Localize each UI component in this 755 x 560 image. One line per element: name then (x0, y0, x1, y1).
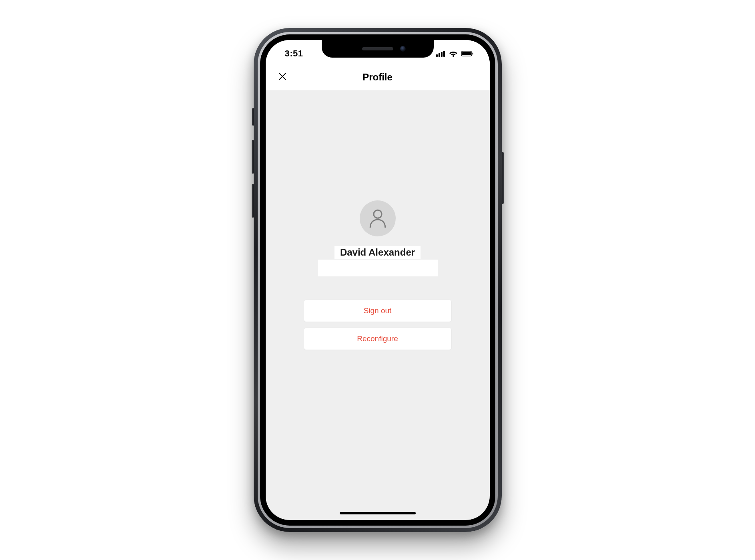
username: David Alexander (340, 247, 415, 258)
nav-bar: Profile (266, 64, 490, 90)
svg-rect-0 (436, 54, 438, 57)
device-frame-outer: 3:51 (254, 28, 502, 532)
screen: 3:51 (266, 40, 490, 520)
wifi-icon (449, 50, 458, 57)
device-frame-inner: 3:51 (260, 34, 495, 526)
svg-rect-3 (443, 51, 445, 57)
svg-rect-2 (441, 52, 443, 57)
avatar[interactable] (360, 200, 396, 236)
profile-subinfo-box (318, 260, 438, 276)
sign-out-button[interactable]: Sign out (304, 300, 452, 322)
notch (322, 40, 434, 58)
battery-icon (461, 50, 474, 57)
svg-rect-6 (462, 52, 471, 55)
svg-rect-1 (439, 53, 440, 57)
phone-device: 3:51 (254, 28, 502, 532)
svg-rect-7 (472, 53, 473, 55)
person-icon (368, 208, 388, 229)
reconfigure-label: Reconfigure (357, 334, 398, 343)
svg-point-4 (453, 55, 454, 57)
status-icons (436, 47, 476, 57)
svg-point-8 (374, 210, 382, 218)
speaker-grille (362, 47, 393, 50)
reconfigure-button[interactable]: Reconfigure (304, 328, 452, 350)
device-frame-mid: 3:51 (258, 32, 498, 528)
username-wrap: David Alexander (334, 246, 421, 259)
front-camera (400, 46, 406, 52)
content-area: David Alexander Sign out Reconfigure (266, 90, 490, 350)
sign-out-label: Sign out (364, 306, 392, 315)
close-icon (278, 72, 287, 82)
actions: Sign out Reconfigure (266, 300, 490, 350)
cellular-icon (436, 50, 446, 57)
status-time: 3:51 (279, 45, 303, 59)
page-title: Profile (362, 72, 393, 83)
home-indicator[interactable] (340, 512, 416, 514)
close-button[interactable] (275, 70, 290, 84)
